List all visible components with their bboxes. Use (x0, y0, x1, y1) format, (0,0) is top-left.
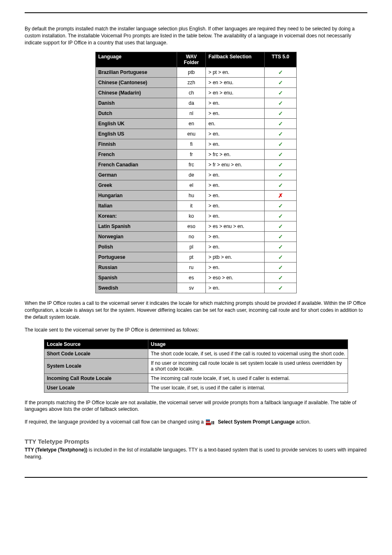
check-icon: ✓ (278, 161, 283, 168)
fallback-cell: > en. (206, 263, 265, 273)
svg-rect-1 (206, 419, 210, 421)
fallback-cell: > en. (206, 108, 265, 119)
tts-cell: ✓ (265, 221, 297, 232)
lang-name-cell: Swedish (96, 283, 177, 293)
table-row: Polishpl> en.✓ (96, 242, 297, 252)
locale-usage-cell: If no user or incoming call route locale… (148, 358, 348, 373)
table-row: English UKenen.✓ (96, 119, 297, 129)
th-locale-usage: Usage (148, 339, 348, 349)
check-icon: ✓ (278, 203, 283, 209)
fallback-cell: > en. (206, 232, 265, 242)
table-row: Frenchfr> frc > en.✓ (96, 150, 297, 160)
th-tts: TTS 5.0 (265, 52, 297, 67)
tts-cell: ✓ (265, 180, 297, 191)
lang-name-cell: Dutch (96, 108, 177, 119)
svg-rect-3 (212, 421, 212, 424)
lang-name-cell: Brazilian Portuguese (96, 67, 177, 78)
check-icon: ✓ (278, 131, 283, 137)
lang-name-cell: Norwegian (96, 232, 177, 242)
lang-name-cell: Latin Spanish (96, 221, 177, 232)
check-icon: ✓ (278, 69, 283, 76)
wav-folder-cell: no (177, 232, 206, 242)
wav-folder-cell: it (177, 201, 206, 211)
wav-folder-cell: pt (177, 252, 206, 263)
wav-folder-cell: sv (177, 283, 206, 293)
wav-folder-cell: nl (177, 108, 206, 119)
wav-folder-cell: eso (177, 221, 206, 232)
tts-cell: ✓ (265, 67, 297, 78)
wav-folder-cell: ptb (177, 67, 206, 78)
th-wav: WAV Folder (177, 52, 206, 67)
locale-source-cell: Short Code Locale (44, 349, 148, 358)
fallback-cell: > en. (206, 98, 265, 108)
fallback-cell: en. (206, 119, 265, 129)
table-row: Korean:ko> en.✓ (96, 211, 297, 221)
top-rule (25, 12, 367, 13)
wav-folder-cell: frc (177, 160, 206, 170)
check-icon: ✓ (278, 213, 283, 219)
wav-folder-cell: es (177, 273, 206, 283)
wav-folder-cell: pl (177, 242, 206, 252)
lang-name-cell: Greek (96, 180, 177, 191)
tts-cell: ✓ (265, 252, 297, 263)
lang-name-cell: English US (96, 129, 177, 139)
fallback-cell: > es > enu > en. (206, 221, 265, 232)
table-row: French Canadianfrc> fr > enu > en.✓ (96, 160, 297, 170)
lang-name-cell: Chinese (Madarin) (96, 88, 177, 98)
check-icon: ✓ (278, 264, 283, 271)
table-row: Chinese (Madarin)ch> en > enu.✓ (96, 88, 297, 98)
table-row: Chinese (Cantonese)zzh> en > enu.✓ (96, 78, 297, 88)
locale-source-cell: System Locale (44, 358, 148, 373)
wav-folder-cell: ch (177, 88, 206, 98)
lang-name-cell: Spanish (96, 273, 177, 283)
lang-name-cell: Hungarian (96, 191, 177, 201)
table-row: Short Code LocaleThe short code locale, … (44, 349, 348, 358)
tts-cell: ✓ (265, 160, 297, 170)
check-icon: ✓ (278, 223, 283, 230)
lang-name-cell: German (96, 170, 177, 180)
th-locale-source: Locale Source (44, 339, 148, 349)
table-row: Hungarianhu> en.✗ (96, 191, 297, 201)
locale-usage-cell: The user locale, if set, is used if the … (148, 383, 348, 392)
fallback-cell: > en > enu. (206, 78, 265, 88)
wav-folder-cell: el (177, 180, 206, 191)
th-fallback: Fallback Selection (206, 52, 265, 67)
table-row: Latin Spanisheso> es > enu > en.✓ (96, 221, 297, 232)
wav-folder-cell: zzh (177, 78, 206, 88)
fallback-cell: > en. (206, 129, 265, 139)
action-label: Select System Prompt Language (218, 419, 295, 425)
fallback-cell: > frc > en. (206, 150, 265, 160)
wav-folder-cell: hu (177, 191, 206, 201)
fallback-cell: > en. (206, 170, 265, 180)
fallback-cell: > en. (206, 201, 265, 211)
fallback-cell: > en. (206, 283, 265, 293)
locale-usage-cell: The incoming call route locale, if set, … (148, 373, 348, 383)
lang-name-cell: Korean: (96, 211, 177, 221)
bottom-rule (25, 477, 367, 478)
wav-folder-cell: en (177, 119, 206, 129)
check-icon: ✓ (278, 110, 283, 117)
intro-paragraph: By default the prompts installed match t… (25, 25, 367, 46)
tts-cell: ✓ (265, 201, 297, 211)
tts-cell: ✓ (265, 150, 297, 160)
page-container: By default the prompts installed match t… (0, 0, 392, 490)
wav-folder-cell: enu (177, 129, 206, 139)
tts-cell: ✓ (265, 211, 297, 221)
paragraph-after-lang: When the IP Office routes a call to the … (25, 300, 367, 320)
tts-cell: ✓ (265, 139, 297, 150)
tty-heading: TTY Teletype Prompts (25, 438, 367, 445)
fallback-cell: > pt > en. (206, 67, 265, 78)
lang-name-cell: French Canadian (96, 160, 177, 170)
tts-cell: ✓ (265, 263, 297, 273)
fallback-cell: > en. (206, 139, 265, 150)
table-row: Spanishes> eso > en.✓ (96, 273, 297, 283)
tts-cell: ✓ (265, 129, 297, 139)
tty-paragraph: TTY (Teletype (Textphone)) is included i… (25, 447, 367, 461)
table-row: Incoming Call Route LocaleThe incoming c… (44, 373, 348, 383)
table-row: Italianit> en.✓ (96, 201, 297, 211)
check-icon: ✓ (278, 182, 283, 189)
fallback-cell: > en > enu. (206, 88, 265, 98)
table-row: Germande> en.✓ (96, 170, 297, 180)
wav-folder-cell: da (177, 98, 206, 108)
locale-source-cell: User Locale (44, 383, 148, 392)
